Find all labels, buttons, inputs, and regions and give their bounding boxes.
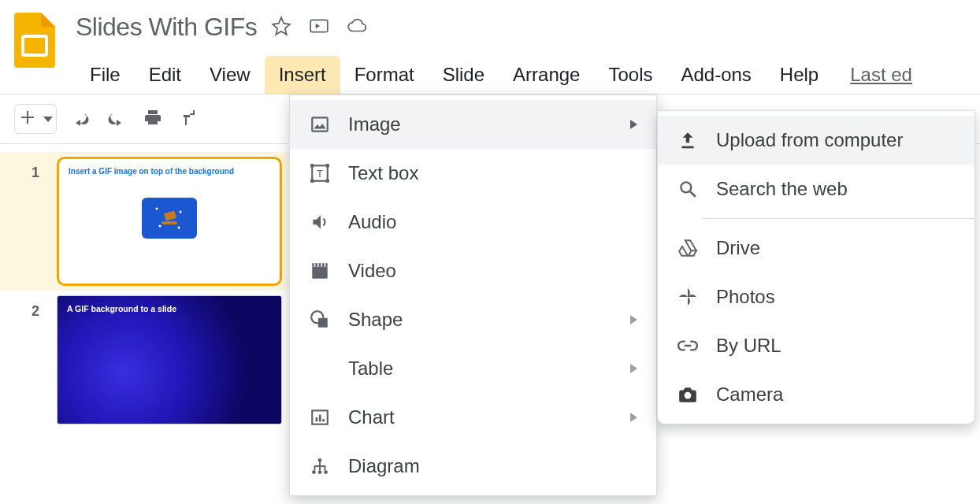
svg-rect-10: [310, 164, 314, 167]
insert-table-label: Table: [348, 358, 613, 380]
thumbnail-slide-1[interactable]: Insert a GIF image on top of the backgro…: [57, 157, 282, 286]
image-camera-label: Camera: [716, 384, 956, 406]
insert-shape[interactable]: Shape: [290, 295, 656, 344]
chart-icon: [309, 407, 331, 428]
image-submenu: Upload from computer Search the web Driv…: [657, 110, 975, 424]
svg-rect-20: [319, 415, 321, 422]
new-slide-button[interactable]: [14, 104, 57, 134]
image-search-label: Search the web: [716, 178, 956, 200]
textbox-icon: T: [309, 163, 331, 183]
paint-format-button[interactable]: [176, 105, 202, 133]
caret-down-icon: [43, 117, 53, 122]
svg-point-27: [681, 182, 691, 192]
print-button[interactable]: [140, 105, 165, 133]
insert-image-label: Image: [348, 113, 613, 135]
menubar: File Edit View Insert Format Slide Arran…: [76, 42, 969, 94]
submenu-divider: [702, 218, 974, 219]
submenu-arrow-icon: [630, 315, 637, 324]
image-upload[interactable]: Upload from computer: [658, 116, 974, 165]
svg-rect-6: [164, 210, 176, 220]
menu-file[interactable]: File: [76, 56, 135, 94]
insert-image[interactable]: Image: [290, 100, 656, 149]
svg-rect-17: [318, 318, 328, 328]
svg-rect-8: [312, 117, 328, 131]
image-drive-label: Drive: [716, 237, 956, 259]
diagram-icon: [309, 456, 331, 476]
thumbnail-number: 2: [32, 303, 39, 320]
move-icon[interactable]: [309, 16, 329, 39]
svg-rect-21: [322, 419, 325, 421]
shape-icon: [309, 309, 331, 330]
search-icon: [677, 179, 699, 199]
link-icon: [677, 335, 699, 356]
image-url[interactable]: By URL: [658, 321, 974, 370]
document-title[interactable]: Slides With GIFs: [76, 13, 257, 42]
slides-logo[interactable]: [11, 8, 58, 72]
insert-diagram[interactable]: Diagram: [290, 442, 656, 491]
star-icon[interactable]: [271, 16, 291, 39]
svg-rect-13: [326, 180, 329, 183]
app-header: Slides With GIFs File Edit View Insert F…: [0, 0, 980, 94]
svg-rect-11: [326, 164, 329, 167]
video-icon: [309, 261, 331, 281]
redo-button[interactable]: [104, 105, 129, 133]
audio-icon: [309, 212, 331, 232]
svg-rect-12: [310, 180, 314, 183]
insert-video-label: Video: [348, 260, 637, 282]
image-search[interactable]: Search the web: [658, 165, 974, 213]
image-drive[interactable]: Drive: [658, 224, 974, 272]
menu-edit[interactable]: Edit: [135, 56, 195, 94]
cloud-status-icon[interactable]: [347, 16, 367, 39]
photos-icon: [677, 287, 699, 307]
svg-point-22: [318, 458, 322, 462]
drive-icon: [677, 238, 699, 258]
menu-addons[interactable]: Add-ons: [666, 56, 765, 94]
menu-help[interactable]: Help: [766, 56, 833, 94]
menu-format[interactable]: Format: [340, 56, 429, 94]
slide-thumbnail-panel: 1 Insert a GIF image on top of the backg…: [0, 144, 293, 504]
svg-point-4: [159, 225, 161, 228]
insert-chart-label: Chart: [348, 406, 613, 428]
undo-button[interactable]: [68, 105, 93, 133]
submenu-arrow-icon: [630, 413, 637, 422]
insert-textbox-label: Text box: [348, 162, 637, 184]
image-upload-label: Upload from computer: [716, 129, 956, 151]
insert-table[interactable]: Table: [290, 344, 656, 393]
slide2-caption: A GIF background to a slide: [58, 296, 281, 321]
svg-point-23: [312, 470, 316, 474]
image-icon: [309, 114, 331, 135]
svg-rect-26: [681, 146, 693, 149]
insert-textbox[interactable]: T Text box: [290, 149, 656, 198]
thumbnail-row-2[interactable]: 2 A GIF background to a slide: [0, 291, 293, 429]
thumbnail-number: 1: [32, 165, 39, 181]
thumbnail-slide-2[interactable]: A GIF background to a slide: [57, 295, 282, 424]
slide1-gif-preview: [142, 198, 197, 239]
menu-view[interactable]: View: [195, 56, 265, 94]
svg-text:T: T: [317, 168, 323, 180]
upload-icon: [677, 130, 699, 150]
camera-icon: [677, 384, 699, 405]
insert-video[interactable]: Video: [290, 246, 656, 295]
insert-audio[interactable]: Audio: [290, 198, 656, 246]
svg-rect-15: [312, 267, 328, 279]
insert-audio-label: Audio: [348, 211, 637, 233]
menu-arrange[interactable]: Arrange: [499, 56, 594, 94]
svg-point-24: [318, 470, 322, 474]
submenu-arrow-icon: [630, 120, 637, 129]
image-photos-label: Photos: [716, 286, 956, 308]
svg-point-5: [178, 227, 180, 229]
image-photos[interactable]: Photos: [658, 272, 974, 321]
menu-tools[interactable]: Tools: [594, 56, 666, 94]
menu-insert[interactable]: Insert: [265, 56, 340, 94]
thumbnail-row-1[interactable]: 1 Insert a GIF image on top of the backg…: [0, 152, 293, 291]
insert-dropdown: Image T Text box Audio Video Shape Table: [289, 94, 657, 496]
plus-icon: [18, 108, 37, 130]
svg-rect-19: [316, 417, 318, 421]
submenu-arrow-icon: [630, 364, 637, 373]
svg-point-25: [324, 470, 328, 474]
insert-chart[interactable]: Chart: [290, 393, 656, 442]
image-camera[interactable]: Camera: [658, 370, 974, 419]
last-edit-link[interactable]: Last ed: [850, 64, 912, 86]
menu-slide[interactable]: Slide: [429, 56, 499, 94]
image-url-label: By URL: [716, 335, 956, 357]
